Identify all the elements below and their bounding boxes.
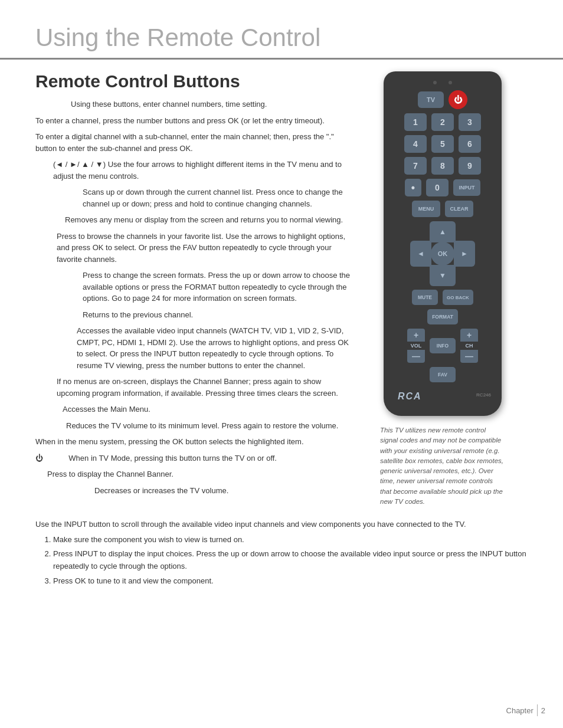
- vol-label: VOL: [411, 343, 422, 349]
- remote-model: RC246: [476, 392, 493, 398]
- paragraph-9: Returns to the previous channel.: [35, 309, 354, 321]
- vol-up-button[interactable]: +: [407, 329, 425, 342]
- info-button[interactable]: INFO: [430, 338, 456, 353]
- remote-brand: RCA: [392, 391, 422, 402]
- paragraph-4: (◄ / ►/ ▲ / ▼) Use the four arrows to hi…: [35, 159, 354, 182]
- button-2[interactable]: 2: [431, 113, 454, 131]
- paragraph-17: Decreases or increases the TV volume.: [35, 485, 354, 497]
- step-list: Make sure the component you wish to view…: [35, 534, 528, 588]
- dpad-left-button[interactable]: ◄: [410, 241, 431, 267]
- ch-group: + CH —: [460, 329, 478, 363]
- mute-button[interactable]: MUTE: [412, 290, 438, 305]
- page-title: Using the Remote Control: [35, 24, 528, 52]
- button-4[interactable]: 4: [404, 135, 427, 153]
- clear-button[interactable]: CLEAR: [445, 201, 473, 217]
- remote-dot-right: [449, 81, 452, 84]
- section-title: Remote Control Buttons: [35, 71, 354, 91]
- remote-row-format: FORMAT: [392, 309, 493, 324]
- remote-column: TV ⏻ 1 2 3 4 5 6 7 8 9 •: [366, 71, 531, 507]
- format-button[interactable]: FORMAT: [427, 309, 458, 324]
- list-item: Press INPUT to display the input choices…: [53, 548, 528, 573]
- remote-top-indicators: [392, 81, 493, 84]
- remote-row-tv-power: TV ⏻: [392, 90, 493, 109]
- footer-divider: [537, 704, 538, 716]
- vol-group: + VOL —: [407, 329, 425, 363]
- vol-down-button[interactable]: —: [407, 350, 425, 363]
- paragraph-15: ⏻ When in TV Mode, pressing this button …: [35, 452, 354, 464]
- paragraph-8: Press to change the screen formats. Pres…: [35, 270, 354, 304]
- dpad-container: ▲ ▼ ◄ ► OK: [392, 221, 493, 286]
- power-icon: ⏻: [35, 452, 43, 464]
- button-5[interactable]: 5: [431, 135, 454, 153]
- paragraph-7: Press to browse the channels in your fav…: [35, 231, 354, 265]
- ch-label: CH: [466, 343, 473, 349]
- text-column: Remote Control Buttons Using these butto…: [0, 71, 366, 507]
- remote-control: TV ⏻ 1 2 3 4 5 6 7 8 9 •: [384, 71, 502, 416]
- paragraph-12: Accesses the Main Menu.: [35, 404, 354, 415]
- paragraph-13: Reduces the TV volume to its minimum lev…: [35, 420, 354, 432]
- remote-row-456: 4 5 6: [392, 135, 493, 153]
- paragraph-11: If no menus are on-screen, displays the …: [35, 376, 354, 399]
- bottom-intro: Use the INPUT button to scroll through t…: [35, 519, 528, 530]
- chapter-number: 2: [541, 706, 545, 715]
- remote-row-fav: FAV: [392, 367, 493, 382]
- button-9[interactable]: 9: [459, 157, 481, 175]
- button-dot[interactable]: •: [405, 179, 421, 196]
- paragraph-2: To enter a channel, press the number but…: [35, 115, 354, 127]
- bottom-section: Use the INPUT button to scroll through t…: [0, 519, 563, 588]
- paragraph-3: To enter a digital channel with a sub-ch…: [35, 131, 354, 154]
- button-8[interactable]: 8: [431, 157, 454, 175]
- paragraph-16: Press to display the Channel Banner.: [35, 468, 354, 480]
- power-button[interactable]: ⏻: [449, 90, 467, 109]
- remote-row-mute-goback: MUTE GO BACK: [392, 290, 493, 305]
- button-3[interactable]: 3: [459, 113, 481, 131]
- remote-row-vol-info-ch: + VOL — INFO + CH —: [392, 329, 493, 363]
- remote-row-789: 7 8 9: [392, 157, 493, 175]
- paragraph-14: When in the menu system, pressing the OK…: [35, 436, 354, 448]
- dpad-right-button[interactable]: ►: [454, 241, 475, 267]
- button-7[interactable]: 7: [404, 157, 427, 175]
- chapter-label: Chapter: [506, 706, 533, 715]
- button-1[interactable]: 1: [404, 113, 427, 131]
- paragraph-1: Using these buttons, enter channel numbe…: [35, 99, 354, 110]
- input-button[interactable]: INPUT: [453, 179, 480, 196]
- main-content: Remote Control Buttons Using these butto…: [0, 71, 563, 507]
- list-item: Press OK to tune to it and view the comp…: [53, 575, 528, 588]
- page-footer: Chapter 2: [506, 704, 545, 716]
- page-header: Using the Remote Control: [0, 0, 563, 60]
- remote-row-dot-0-input: • 0 INPUT: [392, 179, 493, 196]
- remote-dot-left: [433, 81, 437, 84]
- ok-button[interactable]: OK: [431, 242, 454, 265]
- tv-button[interactable]: TV: [418, 91, 444, 108]
- dpad-up-button[interactable]: ▲: [430, 221, 456, 242]
- ch-up-button[interactable]: +: [460, 329, 478, 342]
- button-6[interactable]: 6: [459, 135, 481, 153]
- remote-brand-row: RCA RC246: [392, 386, 493, 402]
- paragraph-5: Scans up or down through the current cha…: [35, 186, 354, 209]
- paragraph-6: Removes any menu or display from the scr…: [35, 214, 354, 226]
- remote-row-menu-clear: MENU CLEAR: [392, 201, 493, 217]
- remote-caption: This TV utilizes new remote control sign…: [378, 425, 508, 507]
- list-item: Make sure the component you wish to view…: [53, 534, 528, 546]
- button-0[interactable]: 0: [426, 179, 449, 196]
- dpad: ▲ ▼ ◄ ► OK: [410, 221, 475, 286]
- fav-button[interactable]: FAV: [430, 367, 456, 382]
- remote-row-123: 1 2 3: [392, 113, 493, 131]
- paragraph-10: Accesses the available video input chann…: [35, 325, 354, 371]
- dpad-down-button[interactable]: ▼: [430, 265, 456, 286]
- menu-button[interactable]: MENU: [412, 201, 440, 217]
- ch-down-button[interactable]: —: [460, 350, 478, 363]
- goback-button[interactable]: GO BACK: [443, 290, 473, 305]
